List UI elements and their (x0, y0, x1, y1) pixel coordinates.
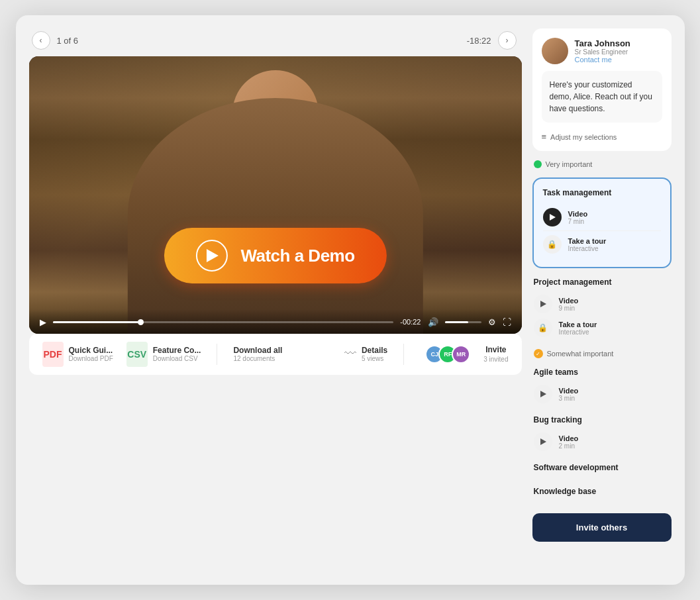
adjust-selections-button[interactable]: ≡ Adjust my selections (542, 129, 662, 142)
volume-fill (445, 321, 469, 323)
details-section[interactable]: 〰 Details 5 views (344, 346, 387, 362)
main-content: ‹ 1 of 6 -18:22 › (29, 28, 672, 572)
pdf-icon: PDF (42, 342, 64, 367)
doc-csv-label: Feature Co... Download CSV (153, 346, 201, 362)
project-video-info: Video 9 min (559, 297, 579, 312)
progress-dot (138, 319, 144, 325)
video-background (29, 56, 522, 334)
bug-video-info: Video 2 min (559, 434, 579, 450)
download-all-button[interactable]: Download all 12 documents (233, 346, 282, 362)
host-profile: Tara Johnson Sr Sales Engineer Contact m… (542, 38, 662, 64)
nav-timer: -18:22 (467, 36, 491, 46)
project-video-name: Video (559, 297, 579, 305)
section-task-title: Task management (543, 188, 661, 197)
host-info: Tara Johnson Sr Sales Engineer Contact m… (575, 38, 630, 64)
agile-video-name: Video (559, 387, 579, 395)
next-button[interactable]: › (498, 31, 517, 50)
doc-csv-item[interactable]: CSV Feature Co... Download CSV (126, 342, 201, 367)
volume-bar[interactable] (445, 321, 481, 323)
agile-teams-title: Agile teams (534, 368, 670, 377)
progress-bar[interactable] (53, 321, 394, 323)
agile-video-info: Video 3 min (559, 387, 579, 402)
project-video-meta: 9 min (559, 305, 579, 312)
importance-somewhat: ✓ Somewhat important (532, 349, 672, 358)
person-body (127, 98, 423, 334)
app-container: ‹ 1 of 6 -18:22 › (16, 15, 685, 585)
doc-pdf-item[interactable]: PDF Quick Gui... Download PDF (42, 342, 113, 367)
invite-sub: 3 invited (483, 356, 508, 363)
play-circle-icon (195, 240, 227, 272)
details-sub: 5 views (362, 355, 387, 362)
task-video-item[interactable]: Video 7 min (543, 204, 661, 230)
play-triangle-icon (207, 249, 219, 262)
prev-button[interactable]: ‹ (32, 31, 50, 50)
video-nav: ‹ 1 of 6 -18:22 › (29, 28, 522, 56)
project-play-sm (540, 301, 546, 307)
project-video-icon (534, 295, 552, 313)
bug-tracking-title: Bug tracking (534, 415, 670, 425)
adjust-icon: ≡ (542, 132, 547, 142)
doc-pdf-sub: Download PDF (69, 355, 113, 362)
task-tour-name: Take a tour (568, 237, 607, 245)
wave-icon: 〰 (344, 347, 356, 361)
play-pause-button[interactable]: ▶ (40, 317, 46, 327)
agile-video-meta: 3 min (559, 395, 579, 402)
invite-label: Invite (485, 345, 506, 354)
host-name: Tara Johnson (575, 38, 630, 48)
section-task-management[interactable]: Task management Video 7 min 🔒 Take (532, 177, 672, 268)
video-controls: ▶ -00:22 🔊 ⚙ ⛶ (29, 309, 522, 334)
importance-very: Very important (532, 160, 672, 168)
importance-very-label: Very important (546, 160, 593, 168)
task-video-name: Video (568, 210, 588, 218)
project-tour-icon: 🔒 (534, 319, 552, 337)
separator-2 (403, 344, 404, 365)
section-bug-tracking: Bug tracking Video 2 min (532, 415, 672, 454)
host-contact-link[interactable]: Contact me (575, 56, 630, 64)
project-tour-name: Take a tour (559, 321, 597, 328)
task-tour-item[interactable]: 🔒 Take a tour Interactive (543, 230, 661, 258)
project-video-item[interactable]: Video 9 min (534, 292, 670, 316)
section-knowledge-base: Knowledge base (532, 487, 672, 501)
avatars-group[interactable]: CJ RF MR (425, 345, 470, 364)
fullscreen-icon[interactable]: ⛶ (503, 317, 511, 327)
volume-icon[interactable]: 🔊 (428, 317, 438, 327)
settings-icon[interactable]: ⚙ (488, 317, 496, 327)
doc-pdf-label: Quick Gui... Download PDF (69, 346, 113, 362)
nav-counter: 1 of 6 (57, 36, 79, 46)
task-video-info: Video 7 min (568, 210, 588, 225)
project-management-title: Project management (534, 277, 670, 287)
separator-1 (217, 344, 217, 365)
section-agile-teams: Agile teams Video 3 min (532, 368, 672, 406)
agile-video-item[interactable]: Video 3 min (534, 382, 670, 406)
bottom-bar: PDF Quick Gui... Download PDF CSV Featur… (29, 334, 522, 375)
bug-video-item[interactable]: Video 2 min (534, 430, 670, 454)
doc-csv-name: Feature Co... (153, 346, 201, 355)
sidebar: Tara Johnson Sr Sales Engineer Contact m… (532, 28, 672, 572)
task-video-play-icon (543, 208, 562, 226)
section-software-dev: Software development (532, 463, 672, 477)
time-display: -00:22 (400, 318, 421, 326)
task-tour-meta: Interactive (568, 245, 607, 252)
section-project-management: Project management Video 9 min 🔒 T (532, 277, 672, 340)
adjust-label: Adjust my selections (550, 133, 617, 141)
project-tour-item[interactable]: 🔒 Take a tour Interactive (534, 316, 670, 340)
avatar-mr: MR (452, 345, 470, 364)
csv-icon: CSV (126, 342, 148, 367)
video-wrapper: Watch a Demo ▶ -00:22 🔊 ⚙ (29, 56, 522, 334)
invite-others-button[interactable]: Invite others (532, 513, 672, 542)
bug-video-icon (534, 432, 552, 451)
details-label: Details (362, 346, 387, 355)
knowledge-base-title: Knowledge base (534, 487, 670, 496)
details-text: Details 5 views (362, 346, 387, 362)
task-tour-icon: 🔒 (543, 235, 562, 254)
message-bubble: Here's your customized demo, Alice. Reac… (542, 71, 662, 123)
agile-video-icon (534, 385, 552, 403)
invite-section[interactable]: Invite 3 invited (483, 345, 508, 363)
importance-check-icon: ✓ (534, 349, 543, 358)
project-tour-info: Take a tour Interactive (559, 321, 597, 336)
doc-pdf-name: Quick Gui... (69, 346, 113, 355)
project-lock-icon: 🔒 (538, 323, 548, 332)
watch-demo-button[interactable]: Watch a Demo (164, 228, 386, 283)
project-tour-meta: Interactive (559, 328, 597, 336)
download-all-sub: 12 documents (233, 355, 282, 362)
